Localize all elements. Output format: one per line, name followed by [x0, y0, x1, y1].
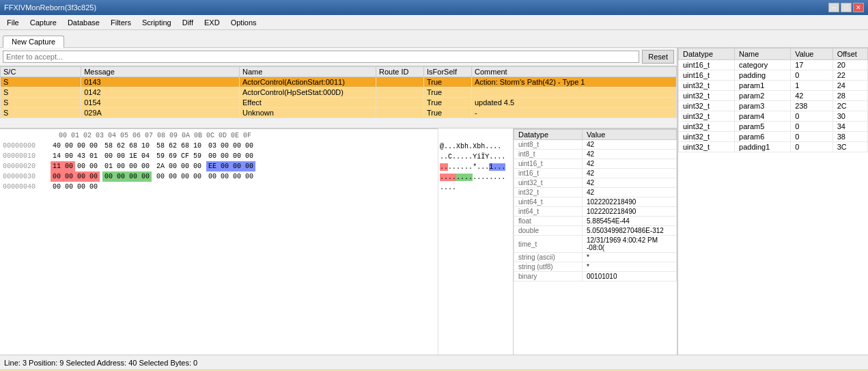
hex-byte[interactable]: 00	[127, 171, 139, 182]
hex-byte[interactable]: 00	[75, 171, 87, 182]
hex-bytes[interactable]: 00000000000000000000000000000000	[51, 171, 435, 182]
hex-byte[interactable]: 00	[179, 171, 191, 182]
menu-database[interactable]: Database	[62, 17, 105, 28]
hex-byte[interactable]: 00	[243, 171, 255, 182]
reset-button[interactable]: Reset	[642, 50, 674, 64]
minimize-button[interactable]: ─	[828, 3, 839, 12]
list-item: uint32_t param5 0 34	[679, 122, 868, 132]
menu-exd[interactable]: EXD	[199, 17, 225, 28]
menu-filters[interactable]: Filters	[105, 17, 137, 28]
hex-byte[interactable]: 00	[206, 151, 219, 161]
hex-byte[interactable]: 00	[115, 151, 127, 161]
hex-byte[interactable]: 68	[127, 141, 139, 151]
close-button[interactable]: ✕	[853, 3, 864, 12]
hex-byte[interactable]: 00	[219, 141, 231, 151]
hex-byte[interactable]: 00	[87, 161, 100, 171]
hex-bytes[interactable]: 1400430100001E045969CF5900000000	[51, 151, 435, 161]
hex-byte[interactable]: 00	[139, 171, 152, 182]
hex-byte[interactable]: 00	[63, 171, 75, 182]
hex-byte[interactable]: 00	[167, 161, 179, 171]
hex-byte[interactable]: 00	[231, 161, 243, 171]
hex-byte[interactable]: 00	[219, 161, 231, 171]
hex-byte[interactable]: 00	[63, 151, 75, 161]
hex-byte[interactable]: 69	[167, 151, 179, 161]
hex-byte[interactable]: 00	[243, 151, 255, 161]
hex-byte[interactable]: 1E	[127, 151, 139, 161]
hex-byte[interactable]: 40	[51, 141, 63, 151]
hex-byte[interactable]: 01	[102, 161, 115, 171]
struct-name: category	[735, 60, 791, 70]
maximize-button[interactable]: □	[841, 3, 852, 12]
hex-byte[interactable]: 00	[139, 161, 152, 171]
hex-byte[interactable]: 00	[219, 171, 231, 182]
hex-byte[interactable]: 00	[243, 161, 255, 171]
hex-byte[interactable]: 10	[191, 141, 204, 151]
hex-byte[interactable]: 59	[191, 151, 204, 161]
hex-byte[interactable]: 00	[243, 141, 255, 151]
interp-datatype: time_t	[514, 236, 583, 253]
hex-byte[interactable]: 00	[102, 151, 115, 161]
hex-row: 0000002011000000010000002A000000EE000000	[3, 161, 435, 171]
table-row[interactable]: S 0154 Effect True updated 4.5	[1, 98, 677, 108]
hex-bytes[interactable]: 00000000	[51, 182, 435, 192]
menu-file[interactable]: File	[1, 17, 25, 28]
tab-new-capture[interactable]: New Capture	[3, 36, 64, 48]
hex-byte[interactable]: 00	[167, 171, 179, 182]
hex-bytes[interactable]: 40000000586268105862681003000000	[51, 141, 435, 151]
hex-byte[interactable]: 00	[87, 182, 100, 192]
hex-byte[interactable]: 00	[191, 171, 204, 182]
table-row[interactable]: S 029A Unknown True -	[1, 108, 677, 118]
hex-byte[interactable]: 01	[87, 151, 100, 161]
hex-byte[interactable]: CF	[179, 151, 191, 161]
menu-capture[interactable]: Capture	[25, 17, 62, 28]
hex-byte[interactable]: 00	[102, 171, 115, 182]
hex-byte[interactable]: 62	[167, 141, 179, 151]
hex-byte[interactable]: 58	[102, 141, 115, 151]
menu-options[interactable]: Options	[225, 17, 262, 28]
interp-value: *	[583, 253, 677, 262]
table-row[interactable]: S 0142 ActorControl(HpSetStat:000D) True	[1, 87, 677, 98]
hex-byte[interactable]: 00	[219, 151, 231, 161]
hex-byte[interactable]: 00	[63, 141, 75, 151]
search-input[interactable]	[3, 51, 639, 63]
menu-scripting[interactable]: Scripting	[137, 17, 177, 28]
hex-byte[interactable]: 00	[231, 151, 243, 161]
hex-byte[interactable]: 03	[206, 141, 219, 151]
hex-byte[interactable]: 00	[63, 182, 75, 192]
hex-byte[interactable]: 58	[154, 141, 167, 151]
hex-byte[interactable]: 59	[154, 151, 167, 161]
hex-byte[interactable]: 10	[139, 141, 152, 151]
hex-byte[interactable]: 68	[179, 141, 191, 151]
hex-byte[interactable]: 43	[75, 151, 87, 161]
hex-byte[interactable]: 00	[87, 171, 100, 182]
hex-byte[interactable]: 00	[154, 171, 167, 182]
cell-name: Effect	[240, 98, 376, 108]
hex-byte[interactable]: 00	[127, 161, 139, 171]
hex-byte[interactable]: 00	[206, 171, 219, 182]
hex-byte[interactable]: 00	[231, 141, 243, 151]
table-row[interactable]: S 0143 ActorControl(ActionStart:0011) Tr…	[1, 77, 677, 87]
hex-byte[interactable]: 00	[191, 161, 204, 171]
hex-byte[interactable]: 00	[75, 182, 87, 192]
hex-byte[interactable]: 00	[75, 161, 87, 171]
hex-byte[interactable]: 00	[115, 171, 127, 182]
hex-bytes[interactable]: 11000000010000002A000000EE000000	[51, 161, 435, 171]
hex-byte[interactable]: 14	[51, 151, 63, 161]
hex-byte[interactable]: 11	[51, 161, 63, 171]
hex-byte[interactable]: 00	[115, 161, 127, 171]
menu-diff[interactable]: Diff	[177, 17, 199, 28]
hex-byte[interactable]: EE	[206, 161, 219, 171]
hex-byte[interactable]: 2A	[154, 161, 167, 171]
hex-byte[interactable]: 00	[87, 141, 100, 151]
hex-byte[interactable]: 00	[51, 182, 63, 192]
hex-byte[interactable]: 00	[179, 161, 191, 171]
interp-col-value: Value	[583, 130, 677, 140]
hex-byte[interactable]: 04	[139, 151, 152, 161]
hex-view[interactable]: 00 01 02 03 04 05 06 07 08 09 0A 0B 0C 0…	[0, 128, 438, 355]
struct-name: param3	[735, 101, 791, 111]
hex-byte[interactable]: 00	[51, 171, 63, 182]
hex-byte[interactable]: 62	[115, 141, 127, 151]
hex-byte[interactable]: 00	[231, 171, 243, 182]
hex-byte[interactable]: 00	[63, 161, 75, 171]
hex-byte[interactable]: 00	[75, 141, 87, 151]
